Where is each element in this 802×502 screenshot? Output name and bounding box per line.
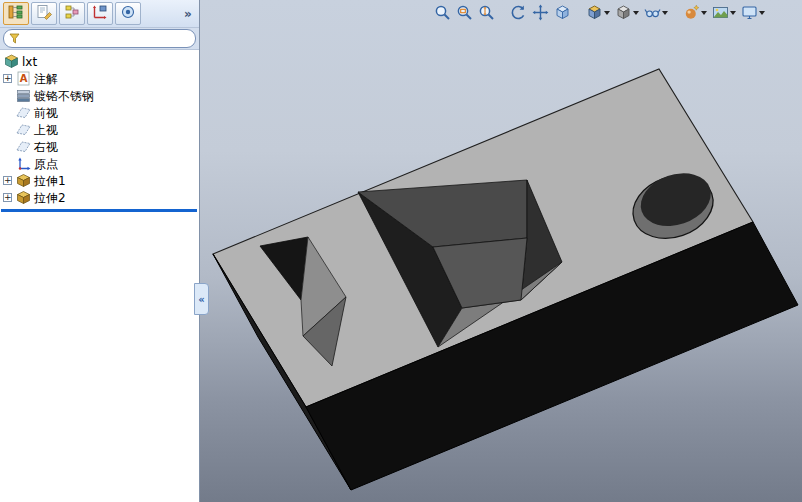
part-3d-view[interactable]: [200, 0, 802, 502]
tab-featuremanager[interactable]: [3, 2, 29, 25]
heads-up-view-toolbar: [433, 3, 766, 22]
tree-item-label: 上视: [34, 122, 58, 138]
zoom-in-out-icon[interactable]: [477, 3, 496, 22]
tree-item-label: 注解: [34, 71, 58, 87]
view-orientation-icon[interactable]: [585, 3, 611, 22]
origin-icon: [15, 156, 31, 172]
part-icon: [3, 54, 19, 70]
tree-item-annotations[interactable]: + A 注解: [0, 70, 199, 87]
tab-propertymanager[interactable]: [31, 2, 57, 25]
3d-drawing-view-icon[interactable]: [553, 3, 572, 22]
filter-row: [0, 28, 199, 50]
featuremanager-tree-icon: [8, 4, 24, 24]
graphics-area[interactable]: [200, 0, 802, 502]
solidworks-app: » lxt + A 注解: [0, 0, 802, 502]
extrude-icon: [15, 190, 31, 206]
view-settings-icon[interactable]: [740, 3, 766, 22]
tree-item-front-plane[interactable]: 前视: [0, 104, 199, 121]
tree-item-origin[interactable]: 原点: [0, 155, 199, 172]
hide-show-items-icon[interactable]: [643, 3, 669, 22]
expand-toggle[interactable]: +: [3, 74, 12, 83]
tab-displaymanager[interactable]: [115, 2, 141, 25]
tree-item-label: 前视: [34, 105, 58, 121]
tree-item-part-root[interactable]: lxt: [0, 53, 199, 70]
material-icon: [15, 88, 31, 104]
feature-manager-panel: » lxt + A 注解: [0, 0, 200, 502]
tree-item-top-plane[interactable]: 上视: [0, 121, 199, 138]
dropdown-caret[interactable]: [633, 11, 639, 15]
dropdown-caret[interactable]: [759, 11, 765, 15]
plane-icon: [15, 122, 31, 138]
tree-item-extrude1[interactable]: + 拉伸1: [0, 172, 199, 189]
tree-item-right-plane[interactable]: 右视: [0, 138, 199, 155]
plane-icon: [15, 105, 31, 121]
zoom-to-area-icon[interactable]: [455, 3, 474, 22]
edit-appearance-icon[interactable]: [682, 3, 708, 22]
annotations-icon: A: [15, 71, 31, 87]
toolbar-overflow-button[interactable]: »: [180, 7, 196, 21]
svg-text:A: A: [19, 73, 27, 84]
zoom-to-fit-icon[interactable]: [433, 3, 452, 22]
pan-icon[interactable]: [531, 3, 550, 22]
filter-input[interactable]: [24, 31, 190, 46]
expand-toggle[interactable]: +: [3, 193, 12, 202]
dropdown-caret[interactable]: [730, 11, 736, 15]
collapse-chevrons: «: [198, 294, 204, 305]
tree-item-label: lxt: [22, 54, 37, 70]
dropdown-caret[interactable]: [604, 11, 610, 15]
dimxpertmanager-icon: [92, 4, 108, 24]
configurationmanager-icon: [64, 4, 80, 24]
tree-item-label: 拉伸1: [34, 173, 66, 189]
tree-item-material[interactable]: 镀铬不锈钢: [0, 87, 199, 104]
displaymanager-icon: [120, 4, 136, 24]
dropdown-caret[interactable]: [701, 11, 707, 15]
feature-tree: lxt + A 注解 镀铬不锈钢 前视: [0, 50, 199, 212]
tab-dimxpertmanager[interactable]: [87, 2, 113, 25]
tree-item-label: 镀铬不锈钢: [34, 88, 94, 104]
expand-toggle[interactable]: +: [3, 176, 12, 185]
manager-tab-bar: »: [0, 0, 199, 28]
extrude-icon: [15, 173, 31, 189]
filter-box[interactable]: [3, 29, 196, 48]
panel-collapse-tab[interactable]: «: [194, 283, 209, 315]
apply-scene-icon[interactable]: [711, 3, 737, 22]
tab-configurationmanager[interactable]: [59, 2, 85, 25]
rotate-view-icon[interactable]: [509, 3, 528, 22]
rollback-bar[interactable]: [1, 209, 197, 212]
plane-icon: [15, 139, 31, 155]
tree-item-label: 拉伸2: [34, 190, 66, 206]
dropdown-caret[interactable]: [662, 11, 668, 15]
tree-item-extrude2[interactable]: + 拉伸2: [0, 189, 199, 206]
display-style-icon[interactable]: [614, 3, 640, 22]
filter-funnel-icon: [9, 29, 20, 48]
tree-item-label: 原点: [34, 156, 58, 172]
propertymanager-icon: [36, 4, 52, 24]
tree-item-label: 右视: [34, 139, 58, 155]
